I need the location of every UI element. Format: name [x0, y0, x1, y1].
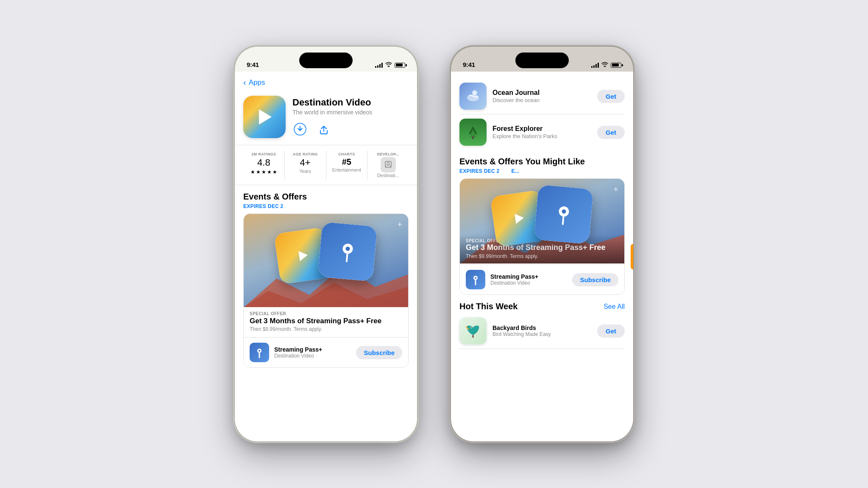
events-section-1: Events & Offers EXPIRES DEC 2 [235, 185, 417, 368]
ocean-journal-icon [459, 83, 487, 110]
hot-section-2: Hot This Week See All [451, 295, 633, 311]
event-card-visual-1: + [244, 214, 408, 307]
subscribe-icon-2 [466, 270, 485, 289]
subscribe-name-1: Streaming Pass+ [274, 346, 351, 353]
hot-list: Backyard Birds Bird Watching Made Easy G… [451, 311, 633, 349]
plus-icon-2: + [613, 185, 618, 194]
battery-icon-2 [611, 63, 621, 68]
backyard-birds-name: Backyard Birds [492, 324, 591, 331]
ocean-journal-name: Ocean Journal [492, 89, 591, 97]
plus-icon-1: + [397, 220, 402, 230]
developer-label: DEVELOP... [377, 152, 399, 156]
see-all-button[interactable]: See All [604, 303, 625, 311]
age-rating-label: AGE RATING [293, 152, 318, 156]
subscribe-row-2: Streaming Pass+ Destination Video Subscr… [460, 264, 624, 294]
screen-1: ‹ Apps Destination Video The world in im… [235, 72, 417, 441]
svg-point-7 [467, 94, 479, 101]
events-section-2: Events & Offers You Might Like EXPIRES D… [451, 150, 633, 295]
subscribe-button-2[interactable]: Subscribe [572, 273, 618, 286]
event-card-visual-2: + SPECIAL OFFER Get 3 Months of Streamin… [460, 179, 624, 263]
events-might-like-title: Events & Offers You Might Like [459, 157, 625, 166]
subscribe-info-1: Streaming Pass+ Destination Video [274, 346, 351, 359]
hot-title: Hot This Week [459, 302, 517, 311]
nav-bar-1: ‹ Apps [235, 72, 417, 92]
event-card-2[interactable]: + SPECIAL OFFER Get 3 Months of Streamin… [459, 178, 625, 295]
offer-title-1: Get 3 Months of Streaming Pass+ Free [250, 317, 402, 325]
battery-icon-1 [395, 63, 405, 68]
ocean-journal-get-btn[interactable]: Get [597, 90, 625, 103]
charts-item: CHARTS #5 Entertainment [326, 150, 368, 180]
age-rating-item: AGE RATING 4+ Years [285, 150, 326, 180]
backyard-birds-desc: Bird Watching Made Easy [492, 331, 591, 337]
status-time-2: 9:41 [463, 61, 475, 68]
app-info-1: Destination Video The world in immersive… [292, 96, 409, 137]
play-icon [259, 109, 272, 125]
floating-card-2 [317, 222, 377, 282]
rating-count-item: 2M RATINGS 4.8 ★ ★ ★ ★ ★ [243, 150, 285, 180]
svg-point-16 [475, 277, 476, 279]
expires-row-2: EXPIRES DEC 2 E... [459, 168, 625, 174]
developer-icon [381, 157, 396, 172]
subscribe-app-1: Destination Video [274, 353, 351, 359]
backyard-birds-get-btn[interactable]: Get [597, 324, 625, 338]
offer-type-label-1: SPECIAL OFFER [250, 311, 402, 316]
orange-pill [631, 244, 633, 269]
rating-count-label: 2M RATINGS [251, 152, 276, 156]
rating-value: 4.8 [257, 157, 270, 168]
back-chevron-icon-1: ‹ [243, 78, 246, 87]
expires-label-2b: E... [512, 168, 519, 174]
subscribe-icon-1 [250, 343, 269, 362]
subscribe-name-2: Streaming Pass+ [490, 273, 567, 280]
dynamic-island-1 [299, 53, 353, 68]
subscribe-info-2: Streaming Pass+ Destination Video [490, 273, 567, 286]
event-card-1[interactable]: + SPECIAL OFFER Get 3 Months of Streamin… [243, 214, 409, 368]
status-icons-2 [591, 62, 621, 68]
offer-sub-2: Then $9.99/month. Terms apply. [466, 253, 618, 259]
star-rating: ★ ★ ★ ★ ★ [250, 169, 277, 175]
wifi-icon-2 [601, 62, 608, 68]
app-title-1: Destination Video [292, 97, 409, 108]
app-header-1: Destination Video The world in immersive… [235, 92, 417, 145]
forest-explorer-name: Forest Explorer [492, 125, 591, 133]
share-button-1[interactable] [316, 122, 331, 137]
expires-label-2: EXPIRES DEC 2 [459, 168, 500, 174]
wifi-icon-1 [385, 62, 392, 68]
event-card-text-1: SPECIAL OFFER Get 3 Months of Streaming … [244, 307, 408, 336]
age-rating-sub: Years [299, 169, 311, 174]
svg-rect-12 [472, 136, 474, 139]
age-rating-value: 4+ [300, 157, 311, 168]
subscribe-row-1: Streaming Pass+ Destination Video Subscr… [244, 337, 408, 367]
status-icons-1 [375, 62, 405, 68]
events-title-1: Events & Offers [243, 192, 409, 202]
forest-explorer-desc: Explore the Nation's Parks [492, 133, 591, 139]
app-icon-destination-video [243, 96, 286, 138]
subscribe-button-1[interactable]: Subscribe [356, 346, 402, 359]
app-subtitle-1: The world in immersive videos [292, 109, 409, 116]
dynamic-island-2 [515, 53, 569, 68]
forest-explorer-icon [459, 119, 487, 146]
forest-explorer-get-btn[interactable]: Get [597, 126, 625, 139]
forest-explorer-info: Forest Explorer Explore the Nation's Par… [492, 125, 591, 139]
screen-2: Ocean Journal Discover the ocean Get [451, 72, 633, 441]
charts-value: #5 [342, 157, 351, 167]
backyard-birds-info: Backyard Birds Bird Watching Made Easy [492, 324, 591, 337]
backyard-birds-icon [459, 317, 487, 344]
expires-label-1: EXPIRES DEC 2 [243, 203, 409, 209]
back-label-1: Apps [249, 78, 265, 87]
download-button-1[interactable] [292, 122, 308, 137]
floating-card-2b [534, 185, 593, 244]
status-time-1: 9:41 [247, 61, 259, 68]
ocean-journal-info: Ocean Journal Discover the ocean [492, 89, 591, 103]
signal-icon-2 [591, 63, 599, 68]
back-button-1[interactable]: ‹ Apps [243, 78, 265, 87]
phone-1: 9:41 ‹ Apps [235, 47, 417, 441]
developer-item: DEVELOP... Destinati... [367, 150, 409, 180]
svg-point-18 [471, 327, 472, 328]
app-actions-1 [292, 122, 409, 137]
svg-point-6 [259, 350, 260, 352]
ocean-journal-desc: Discover the ocean [492, 97, 591, 103]
list-item-forest: Forest Explorer Explore the Nation's Par… [459, 114, 625, 150]
subscribe-app-2: Destination Video [490, 280, 567, 286]
developer-sub: Destinati... [377, 173, 399, 178]
charts-label: CHARTS [338, 152, 355, 156]
